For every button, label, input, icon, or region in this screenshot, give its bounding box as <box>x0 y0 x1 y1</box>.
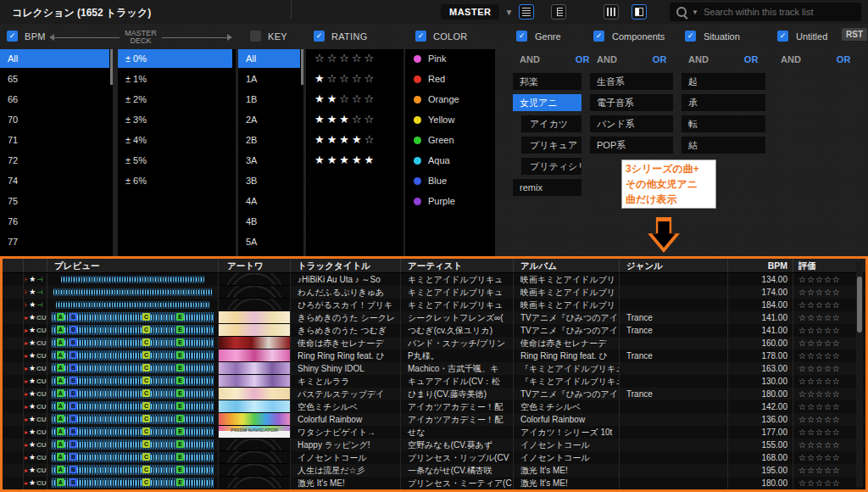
table-scrollbar[interactable] <box>856 261 863 487</box>
bpm-option[interactable]: 70 <box>0 110 113 129</box>
preview-waveform-cell[interactable]: ABCE <box>47 311 219 324</box>
color-checkbox[interactable]: ✓ <box>415 31 426 42</box>
header-preview[interactable]: プレビュー <box>47 259 219 272</box>
color-option[interactable]: Green <box>405 131 495 149</box>
rating-cell[interactable]: ☆☆☆☆☆ <box>793 413 859 426</box>
preview-waveform-cell[interactable]: ABCE <box>47 426 219 439</box>
color-option[interactable]: Yellow <box>405 110 495 129</box>
tag-item[interactable]: 結 <box>682 137 765 154</box>
track-row[interactable]: ▸★CUEABCEきらめきのうた つむぎつむぎ(cv.久保ユリカ)TVアニメ『ひ… <box>3 324 865 337</box>
header-rating[interactable]: 評価 <box>793 259 859 272</box>
track-row[interactable]: ▸★CUEABCEColorful Rainbowアイカツアカデミー！配Colo… <box>3 413 865 426</box>
track-row[interactable]: ▸★CUEABCEHappy ラッピング!空野みなも(CV.葵あずイノセントコー… <box>3 439 865 451</box>
rating-cell[interactable]: ☆☆☆☆☆ <box>793 299 859 311</box>
rating-cell[interactable]: ☆☆☆☆☆ <box>793 426 859 439</box>
track-row[interactable]: ▸★CUEABCEShiny Shiny IDOLMachico・吉武千颯、キ『… <box>3 362 865 375</box>
and-or-toggle[interactable]: ANDOR <box>516 54 586 64</box>
tempo-option[interactable]: ± 3% <box>118 110 236 129</box>
rating-cell[interactable]: ☆☆☆☆☆ <box>793 477 859 489</box>
track-row[interactable]: ▸★CUEABCERing Ring Ring feat. ひP丸様。Ring … <box>3 349 865 362</box>
rating-cell[interactable]: ☆☆☆☆☆ <box>793 375 859 388</box>
color-option[interactable]: Pink <box>405 49 495 68</box>
tag-item[interactable]: 邦楽 <box>513 73 581 90</box>
tempo-option[interactable]: ± 2% <box>118 90 236 109</box>
or-option[interactable]: OR <box>576 54 590 64</box>
key-option[interactable]: 1B <box>238 90 303 109</box>
master-deck-range-slider[interactable]: MASTERDECK <box>49 29 232 46</box>
color-option[interactable]: Orange <box>405 90 495 109</box>
header-bpm[interactable]: BPM <box>728 259 793 272</box>
bpm-option[interactable]: 72 <box>0 151 113 170</box>
track-row[interactable]: ▸★CUEABCEイノセントコールプリンセス・リップル(CVイノセントコール16… <box>3 451 865 464</box>
bpm-scrollbar[interactable] <box>110 49 113 85</box>
color-option[interactable]: Aqua <box>405 151 495 170</box>
and-option[interactable]: AND <box>520 54 540 64</box>
view-columns-icon[interactable] <box>604 4 619 20</box>
track-row[interactable]: ⊦★⊣ひろがるスカイ！プリキキミとアイドルプリキュ映画キミとアイドルプリ184.… <box>3 299 865 311</box>
header-genre[interactable]: ジャンル <box>620 259 728 272</box>
preview-waveform-cell[interactable]: ABCE <box>47 413 219 426</box>
preview-waveform-cell[interactable] <box>47 299 219 311</box>
track-row[interactable]: ▸★CUEABCE激光 It's ME!プリンセス・ミーティア(C激光 It's… <box>3 477 865 489</box>
preview-waveform-cell[interactable]: ABCE <box>47 388 219 400</box>
and-option[interactable]: AND <box>597 54 617 64</box>
bpm-option[interactable]: 76 <box>0 212 113 231</box>
color-option[interactable]: Red <box>405 70 495 88</box>
preview-waveform-cell[interactable]: ABCE <box>47 349 219 362</box>
tag-item[interactable]: 生音系 <box>590 73 673 90</box>
preview-waveform-cell[interactable]: ABCE <box>47 477 219 489</box>
preview-waveform-cell[interactable]: ABCE <box>47 375 219 388</box>
table-scrollbar-thumb[interactable] <box>857 277 862 333</box>
key-option[interactable]: 4B <box>238 212 303 231</box>
track-row[interactable]: ▸★CUEABCEキミとルララキュアアイドル(CV：松『キミとアイドルプリキュ1… <box>3 375 865 388</box>
rating-cell[interactable]: ☆☆☆☆☆ <box>793 286 859 299</box>
rating-cell[interactable]: ☆☆☆☆☆ <box>793 464 859 477</box>
tempo-option[interactable]: ± 0% <box>118 49 232 68</box>
key-option[interactable]: 2A <box>238 110 303 129</box>
tag-item[interactable]: 女児アニ <box>513 94 581 111</box>
key-option[interactable]: 3A <box>238 151 303 170</box>
tempo-option[interactable]: ± 5% <box>118 151 236 170</box>
bpm-option[interactable]: 74 <box>0 171 113 190</box>
rating-cell[interactable]: ☆☆☆☆☆ <box>793 388 859 400</box>
view-detail-icon[interactable] <box>551 4 566 20</box>
key-checkbox[interactable]: ✓ <box>250 31 261 42</box>
and-or-toggle[interactable]: ANDOR <box>777 54 862 64</box>
key-option[interactable]: All <box>238 49 300 68</box>
rating-checkbox[interactable]: ✓ <box>314 31 325 42</box>
tempo-option[interactable]: ± 6% <box>118 171 236 190</box>
tag-item[interactable]: remix <box>513 179 581 196</box>
rating-option[interactable]: ★★☆☆☆ <box>306 90 403 109</box>
header-album[interactable]: アルバム <box>514 259 620 272</box>
search-input[interactable]: ▼ Search within this track list <box>670 3 861 21</box>
bpm-option[interactable]: All <box>0 49 109 68</box>
bpm-option[interactable]: 75 <box>0 192 113 210</box>
track-row[interactable]: ⊦★⊣わんだふるぷりきゅあキミとアイドルプリキュ映画キミとアイドルプリ174.0… <box>3 286 865 299</box>
and-option[interactable]: AND <box>688 54 709 64</box>
rating-option[interactable]: ☆☆☆☆☆ <box>306 49 403 68</box>
bpm-option[interactable]: 77 <box>0 232 113 251</box>
tag-item[interactable]: アイカツ <box>521 115 581 132</box>
key-option[interactable]: 5A <box>238 232 303 251</box>
rating-cell[interactable]: ☆☆☆☆☆ <box>793 311 859 324</box>
track-row[interactable]: ⊦★⊣♪HiBiKi Au Uta ♪ ～Soキミとアイドルプリキュ映画キミとア… <box>3 273 865 286</box>
bpm-checkbox[interactable]: ✓ <box>7 31 18 42</box>
tag-item[interactable]: 起 <box>682 73 765 90</box>
preview-waveform-cell[interactable]: ABCE <box>47 362 219 375</box>
or-option[interactable]: OR <box>653 54 667 64</box>
key-scrollbar[interactable] <box>301 49 303 85</box>
header-artist[interactable]: アーティスト <box>401 259 514 272</box>
rating-cell[interactable]: ☆☆☆☆☆ <box>793 349 859 362</box>
rating-cell[interactable]: ☆☆☆☆☆ <box>793 362 859 375</box>
tempo-option[interactable]: ± 1% <box>118 70 236 88</box>
or-option[interactable]: OR <box>744 54 759 64</box>
preview-waveform-cell[interactable]: ABCE <box>47 464 219 477</box>
search-options-caret-icon[interactable]: ▼ <box>692 8 698 16</box>
preview-waveform-cell[interactable]: ABCE <box>47 337 219 349</box>
components-checkbox[interactable]: ✓ <box>593 31 604 42</box>
rating-option[interactable]: ★★★☆☆ <box>306 110 403 129</box>
bpm-option[interactable]: 71 <box>0 131 113 149</box>
bpm-option[interactable]: 66 <box>0 90 113 109</box>
and-option[interactable]: AND <box>781 54 801 64</box>
header-artwork[interactable]: アートワ <box>219 259 291 272</box>
